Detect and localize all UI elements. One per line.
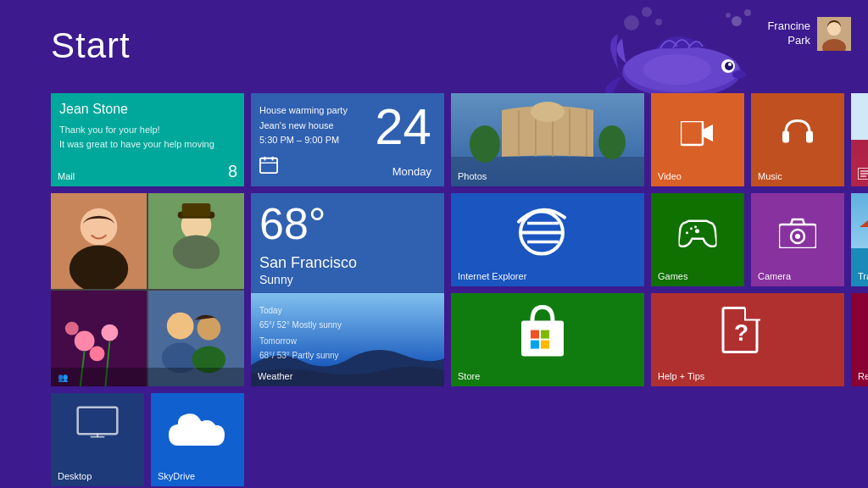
calendar-icon-bottom [259,156,278,178]
travel-tile[interactable]: Travel [851,193,868,286]
polar-bears-tile[interactable]: Polar bears enjoy fun, free their new ho… [851,93,868,186]
svg-rect-71 [745,305,760,320]
music-label: Music [758,171,782,181]
camera-label: Camera [758,271,791,281]
column-3: Photos Internet Explorer [451,93,644,486]
store-icon [517,302,568,365]
svg-point-3 [622,47,741,97]
svg-rect-41 [260,158,277,173]
bottom-row-1: Desktop SkyDrive [51,393,244,486]
polar-bears-text: Polar bears enjoy fun, free their new ho… [858,172,868,181]
news-icon-area: Polar bears enjoy fun, free their new ho… [858,168,868,183]
tiles-container: Jean Stone Thank you for your help! It w… [51,93,868,486]
svg-point-64 [690,227,693,230]
svg-point-9 [732,70,746,79]
bubble-1 [624,15,639,30]
mail-line1: Thank you for your help! [59,123,214,137]
svg-point-7 [728,63,732,66]
ie-icon [512,205,571,263]
desktop-tile[interactable]: Desktop [51,393,144,486]
skydrive-tile[interactable]: SkyDrive [151,393,244,486]
weather-today-label: Today [259,306,282,315]
svg-point-27 [101,324,118,341]
weather-city: San Francisco [259,254,357,272]
user-first-name: Francine [767,19,810,34]
weather-label: Weather [258,371,292,381]
column-2: House warming party Jean's new house 5:3… [251,93,444,486]
svg-point-6 [725,62,733,70]
ie-tile[interactable]: Internet Explorer [451,193,644,286]
svg-rect-59 [681,121,703,145]
svg-point-5 [721,59,735,73]
games-tile[interactable]: Games [651,193,744,286]
bubble-2 [642,7,652,17]
mail-tile[interactable]: Jean Stone Thank you for your help! It w… [51,93,244,186]
svg-point-4 [624,47,739,92]
cal-event-location: Jean's new house [259,119,348,134]
music-icon [781,115,815,152]
svg-rect-57 [531,341,539,349]
svg-rect-55 [531,330,539,339]
svg-point-65 [686,231,688,234]
video-label: Video [658,171,682,181]
desktop-label: Desktop [58,471,92,481]
reading-list-tile[interactable]: Reading List [851,293,868,386]
people-photo-1 [51,193,147,289]
weather-condition: Sunny [259,273,293,286]
calendar-event: House warming party Jean's new house 5:3… [259,103,348,148]
news-overlay: Polar bears enjoy fun, free their new ho… [851,140,868,186]
svg-rect-58 [541,341,549,349]
svg-point-69 [795,234,800,239]
user-avatar[interactable] [817,17,851,51]
help-label: Help + Tips [658,371,704,381]
cloud-icon [164,408,230,455]
mail-body: Thank you for your help! It was great to… [59,123,214,151]
svg-point-66 [694,225,697,228]
desktop-icon [72,406,123,448]
weather-tile[interactable]: 68° San Francisco Sunny Today 65°/ 52° M… [251,193,444,386]
svg-marker-60 [703,125,713,141]
calendar-tile[interactable]: House warming party Jean's new house 5:3… [251,93,444,186]
svg-point-8 [643,54,711,85]
svg-point-2 [726,13,731,18]
games-icon [679,219,717,252]
column-5: Polar bears enjoy fun, free their new ho… [851,93,868,486]
camera-tile[interactable]: Camera [751,193,844,286]
people-tile[interactable]: 👥 [51,193,244,386]
weather-today: Today 65°/ 52° Mostly sunny [259,303,342,332]
calendar-date: 24 [375,102,431,152]
people-label-bar: 👥 [51,368,244,386]
start-title: Start [51,25,131,66]
bottom-row-2: Reading List Health & ... [851,293,868,386]
svg-point-63 [695,229,699,233]
svg-point-28 [90,346,105,361]
reading-list-label: Reading List [858,371,868,381]
camera-icon [779,218,816,252]
people-grid [51,193,244,386]
mail-label: Mail [58,171,75,181]
svg-point-0 [732,16,742,26]
svg-rect-56 [541,330,549,339]
svg-rect-38 [78,408,118,435]
cal-event-time: 5:30 PM – 9:00 PM [259,133,348,148]
svg-point-35 [169,314,192,338]
svg-point-49 [598,125,626,159]
mail-badge: 8 [228,162,237,181]
mail-sender: Jean Stone [59,102,128,117]
svg-point-29 [65,322,79,336]
travel-label: Travel [858,271,868,281]
small-tiles-row-top: Video Music [651,93,844,186]
photos-tile[interactable]: Photos [451,93,644,186]
people-photo-2 [148,193,244,289]
column-4: Video Music [651,93,844,486]
svg-point-48 [470,125,500,163]
user-info[interactable]: Francine Park [767,17,851,51]
video-tile[interactable]: Video [651,93,744,186]
store-tile[interactable]: Store [451,293,644,386]
weather-detail: Today 65°/ 52° Mostly sunny Tomorrow 68°… [259,303,342,363]
weather-tomorrow-forecast: 68°/ 53° Partly sunny [259,351,339,360]
weather-today-forecast: 65°/ 52° Mostly sunny [259,320,342,330]
help-tile[interactable]: ? Help + Tips [651,293,844,386]
svg-text:?: ? [734,319,748,346]
music-tile[interactable]: Music [751,93,844,186]
